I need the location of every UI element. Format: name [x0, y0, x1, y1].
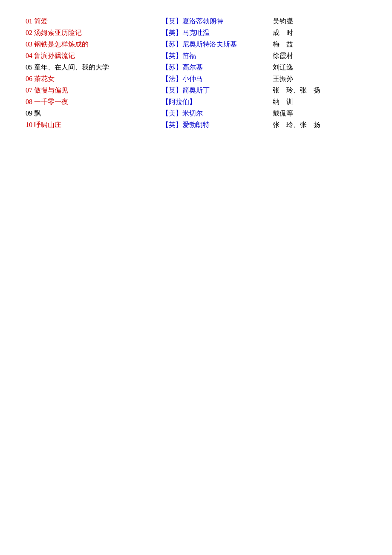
book-origin-author: 夏洛蒂勃朗特: [182, 17, 223, 25]
book-list: 01 简爱【英】夏洛蒂勃朗特吴钧燮02 汤姆索亚历险记【美】马克吐温成 时03 …: [26, 17, 366, 130]
book-translator: 张 玲、张 扬: [273, 121, 358, 130]
table-row: 05 童年、在人间、我的大学【苏】高尔基刘辽逸: [26, 63, 366, 72]
table-row: 10 呼啸山庄【英】爱勃朗特张 玲、张 扬: [26, 121, 366, 130]
book-title: 一千零一夜: [34, 98, 68, 105]
book-translator: 戴侃等: [273, 109, 358, 118]
book-translator: 成 时: [273, 29, 358, 38]
book-origin-bracket: 【法】: [162, 75, 182, 82]
book-origin: 【法】小仲马: [162, 75, 273, 84]
book-origin: 【英】简奥斯丁: [162, 86, 273, 95]
book-number: 07: [26, 87, 34, 94]
book-title: 童年、在人间、我的大学: [34, 64, 109, 71]
book-number: 03: [26, 40, 34, 48]
book-origin-author: 笛福: [182, 52, 196, 59]
book-translator: 吴钧燮: [273, 17, 358, 26]
book-number: 04: [26, 52, 34, 59]
book-origin-bracket: 【苏】: [162, 64, 182, 71]
book-origin-author: 爱勃朗特: [182, 121, 210, 128]
book-num-title: 07 傲慢与偏见: [26, 86, 162, 95]
book-number: 05: [26, 64, 34, 71]
book-title: 鲁滨孙飘流记: [34, 52, 75, 59]
book-translator: 王振孙: [273, 75, 358, 84]
book-origin-author: 尼奥斯特洛夫斯基: [182, 40, 237, 48]
book-origin: 【阿拉伯】: [162, 98, 273, 107]
book-num-title: 03 钢铁是怎样炼成的: [26, 40, 162, 49]
book-origin-author: 简奥斯丁: [182, 87, 210, 94]
table-row: 08 一千零一夜【阿拉伯】纳 训: [26, 98, 366, 107]
book-origin-author: 马克吐温: [182, 29, 210, 36]
table-row: 04 鲁滨孙飘流记【英】笛福徐霞村: [26, 52, 366, 61]
table-row: 01 简爱【英】夏洛蒂勃朗特吴钧燮: [26, 17, 366, 26]
book-number: 10: [26, 121, 34, 128]
book-translator: 徐霞村: [273, 52, 358, 61]
book-origin-bracket: 【苏】: [162, 40, 182, 48]
table-row: 02 汤姆索亚历险记【美】马克吐温成 时: [26, 29, 366, 38]
table-row: 09 飘【美】米切尔戴侃等: [26, 109, 366, 118]
book-title: 傲慢与偏见: [34, 87, 68, 94]
book-origin: 【英】夏洛蒂勃朗特: [162, 17, 273, 26]
book-number: 08: [26, 98, 34, 105]
book-num-title: 08 一千零一夜: [26, 98, 162, 107]
book-origin: 【美】米切尔: [162, 109, 273, 118]
book-translator: 刘辽逸: [273, 63, 358, 72]
book-origin: 【苏】高尔基: [162, 63, 273, 72]
book-num-title: 02 汤姆索亚历险记: [26, 29, 162, 38]
book-title: 茶花女: [34, 75, 55, 82]
book-num-title: 06 茶花女: [26, 75, 162, 84]
book-origin-bracket: 【英】: [162, 52, 182, 59]
book-origin-bracket: 【英】: [162, 121, 182, 128]
book-translator: 纳 训: [273, 98, 358, 107]
book-title: 钢铁是怎样炼成的: [34, 40, 89, 48]
book-origin: 【英】爱勃朗特: [162, 121, 273, 130]
book-number: 09: [26, 110, 34, 117]
table-row: 06 茶花女【法】小仲马王振孙: [26, 75, 366, 84]
book-number: 02: [26, 29, 34, 36]
table-row: 03 钢铁是怎样炼成的【苏】尼奥斯特洛夫斯基梅 益: [26, 40, 366, 49]
book-num-title: 09 飘: [26, 109, 162, 118]
book-origin-bracket: 【美】: [162, 29, 182, 36]
book-title: 汤姆索亚历险记: [34, 29, 82, 36]
book-translator: 张 玲、张 扬: [273, 86, 358, 95]
book-origin-bracket: 【美】: [162, 110, 182, 117]
book-number: 06: [26, 75, 34, 82]
book-num-title: 05 童年、在人间、我的大学: [26, 63, 162, 72]
book-origin-bracket: 【阿拉伯】: [162, 98, 196, 105]
book-title: 飘: [34, 110, 41, 117]
book-num-title: 04 鲁滨孙飘流记: [26, 52, 162, 61]
book-title: 呼啸山庄: [34, 121, 61, 128]
book-translator: 梅 益: [273, 40, 358, 49]
book-num-title: 10 呼啸山庄: [26, 121, 162, 130]
book-origin-bracket: 【英】: [162, 87, 182, 94]
book-origin-author: 高尔基: [182, 64, 203, 71]
book-origin-author: 小仲马: [182, 75, 203, 82]
book-origin: 【英】笛福: [162, 52, 273, 61]
book-origin: 【苏】尼奥斯特洛夫斯基: [162, 40, 273, 49]
book-title: 简爱: [34, 17, 48, 25]
book-number: 01: [26, 17, 34, 25]
table-row: 07 傲慢与偏见【英】简奥斯丁张 玲、张 扬: [26, 86, 366, 95]
book-origin-author: 米切尔: [182, 110, 203, 117]
book-origin-bracket: 【英】: [162, 17, 182, 25]
book-num-title: 01 简爱: [26, 17, 162, 26]
book-origin: 【美】马克吐温: [162, 29, 273, 38]
